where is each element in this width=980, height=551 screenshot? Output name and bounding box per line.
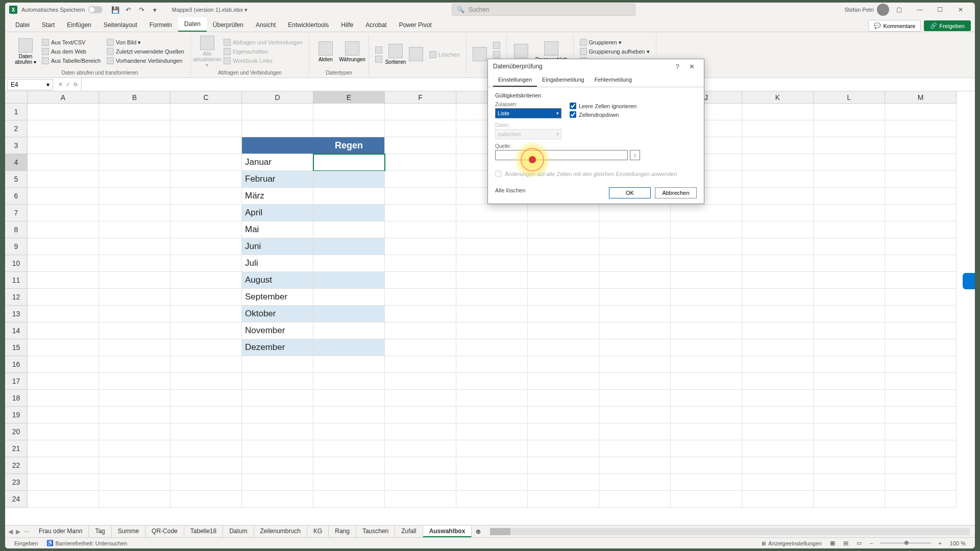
row-header-17[interactable]: 17	[5, 373, 28, 390]
maximize-icon[interactable]: ☐	[930, 3, 950, 17]
cell-H24[interactable]	[528, 491, 599, 508]
sheet-tab-kg[interactable]: KG	[307, 526, 329, 537]
row-header-10[interactable]: 10	[5, 255, 28, 272]
filename[interactable]: Mappe3 (version 1).xlsb.xlsx ▾	[172, 7, 248, 13]
cell-E1[interactable]	[313, 104, 385, 120]
cell-A23[interactable]	[28, 474, 99, 491]
cell-G16[interactable]	[456, 356, 528, 373]
cell-E2[interactable]	[313, 120, 385, 137]
cell-K22[interactable]	[742, 457, 814, 474]
cell-B14[interactable]	[99, 322, 170, 339]
row-header-15[interactable]: 15	[5, 339, 28, 356]
cell-D18[interactable]	[242, 390, 313, 407]
cell-M1[interactable]	[885, 104, 957, 120]
row-header-3[interactable]: 3	[5, 137, 28, 154]
cell-M12[interactable]	[885, 289, 957, 306]
cell-C13[interactable]	[170, 306, 242, 322]
cell-C5[interactable]	[170, 171, 242, 188]
remove-dup-button[interactable]	[491, 51, 502, 59]
view-normal-icon[interactable]: ▦	[826, 540, 839, 546]
row-header-22[interactable]: 22	[5, 457, 28, 474]
cell-K4[interactable]	[742, 154, 814, 171]
row-header-18[interactable]: 18	[5, 390, 28, 407]
cell-D11[interactable]: August	[242, 272, 313, 289]
cell-E24[interactable]	[313, 491, 385, 508]
cell-M23[interactable]	[885, 474, 957, 491]
cell-M2[interactable]	[885, 120, 957, 137]
cell-K12[interactable]	[742, 289, 814, 306]
cell-K20[interactable]	[742, 423, 814, 440]
cell-A5[interactable]	[28, 171, 99, 188]
cell-F22[interactable]	[385, 457, 456, 474]
cell-I13[interactable]	[599, 306, 671, 322]
from-csv-button[interactable]: Aus Text/CSV	[40, 38, 103, 46]
cell-C7[interactable]	[170, 205, 242, 221]
row-header-6[interactable]: 6	[5, 188, 28, 205]
col-header-B[interactable]: B	[99, 91, 170, 104]
sort-button[interactable]: Sortieren	[386, 38, 405, 71]
row-header-16[interactable]: 16	[5, 356, 28, 373]
queries-conn-button[interactable]: Abfragen und Verbindungen	[222, 38, 305, 46]
cell-F5[interactable]	[385, 171, 456, 188]
row-header-14[interactable]: 14	[5, 322, 28, 339]
cell-E15[interactable]	[313, 339, 385, 356]
cell-I15[interactable]	[599, 339, 671, 356]
cell-H18[interactable]	[528, 390, 599, 407]
cell-F17[interactable]	[385, 373, 456, 390]
cell-M6[interactable]	[885, 188, 957, 205]
cell-A7[interactable]	[28, 205, 99, 221]
cell-C17[interactable]	[170, 373, 242, 390]
cell-D5[interactable]: Februar	[242, 171, 313, 188]
cell-M8[interactable]	[885, 221, 957, 238]
cell-H20[interactable]	[528, 423, 599, 440]
cell-J14[interactable]	[671, 322, 742, 339]
cell-C10[interactable]	[170, 255, 242, 272]
cell-B7[interactable]	[99, 205, 170, 221]
cell-H21[interactable]	[528, 440, 599, 457]
cell-F15[interactable]	[385, 339, 456, 356]
cell-A13[interactable]	[28, 306, 99, 322]
cell-C20[interactable]	[170, 423, 242, 440]
cell-C4[interactable]	[170, 154, 242, 171]
row-header-21[interactable]: 21	[5, 440, 28, 457]
cell-C12[interactable]	[170, 289, 242, 306]
cell-G17[interactable]	[456, 373, 528, 390]
cell-M10[interactable]	[885, 255, 957, 272]
cell-K24[interactable]	[742, 491, 814, 508]
cell-E5[interactable]	[313, 171, 385, 188]
fx-icon[interactable]: fx	[74, 81, 78, 88]
tab-powerpivot[interactable]: Power Pivot	[393, 18, 438, 32]
dlg-tab-error[interactable]: Fehlermeldung	[590, 73, 637, 87]
cell-A8[interactable]	[28, 221, 99, 238]
sheet-tab-tabelle18[interactable]: Tabelle18	[184, 526, 223, 537]
cell-F7[interactable]	[385, 205, 456, 221]
save-icon[interactable]: 💾	[110, 5, 120, 15]
cell-B8[interactable]	[99, 221, 170, 238]
cell-I16[interactable]	[599, 356, 671, 373]
cell-I8[interactable]	[599, 221, 671, 238]
cell-J17[interactable]	[671, 373, 742, 390]
cell-A1[interactable]	[28, 104, 99, 120]
cell-M11[interactable]	[885, 272, 957, 289]
cell-H15[interactable]	[528, 339, 599, 356]
zoom-level[interactable]: 100 %	[946, 540, 970, 546]
cell-L4[interactable]	[814, 154, 885, 171]
cell-I10[interactable]	[599, 255, 671, 272]
from-range-button[interactable]: Aus Tabelle/Bereich	[40, 57, 103, 65]
cell-A21[interactable]	[28, 440, 99, 457]
cell-B24[interactable]	[99, 491, 170, 508]
ungroup-button[interactable]: Gruppierung aufheben ▾	[578, 47, 652, 56]
cell-F18[interactable]	[385, 390, 456, 407]
cell-J20[interactable]	[671, 423, 742, 440]
cell-C22[interactable]	[170, 457, 242, 474]
col-header-L[interactable]: L	[814, 91, 885, 104]
cell-F14[interactable]	[385, 322, 456, 339]
row-header-13[interactable]: 13	[5, 306, 28, 322]
cancel-entry-icon[interactable]: ✕	[58, 81, 63, 88]
cell-L7[interactable]	[814, 205, 885, 221]
cell-M19[interactable]	[885, 407, 957, 423]
cell-E14[interactable]	[313, 322, 385, 339]
tab-daten[interactable]: Daten	[178, 17, 207, 32]
cell-B22[interactable]	[99, 457, 170, 474]
cell-B20[interactable]	[99, 423, 170, 440]
